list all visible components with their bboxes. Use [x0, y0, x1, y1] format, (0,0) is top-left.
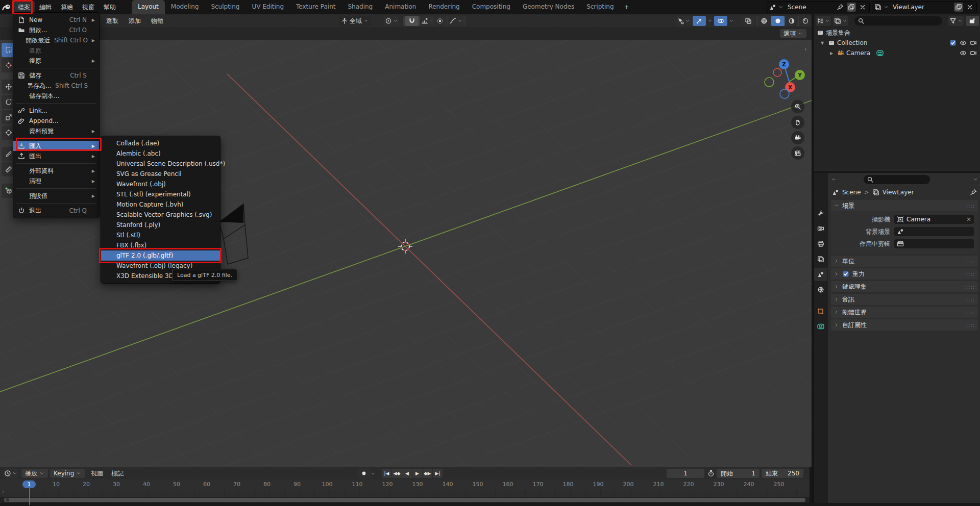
- workspace-tab-rendering[interactable]: Rendering: [422, 0, 465, 14]
- playback-play-reverse[interactable]: ◀: [402, 469, 412, 478]
- editor-type-dropdown[interactable]: [3, 468, 18, 478]
- stopwatch-icon[interactable]: [707, 470, 715, 477]
- properties-tab-scene[interactable]: [814, 268, 827, 281]
- pivot-point-dropdown[interactable]: [384, 16, 399, 26]
- xray-toggle[interactable]: [742, 16, 755, 26]
- properties-tab-data[interactable]: [814, 320, 827, 333]
- expand-arrow[interactable]: ▼: [821, 41, 826, 45]
- new-scene-button[interactable]: [847, 3, 856, 12]
- panel-header-鍵處理集[interactable]: 鍵處理集::::: [831, 281, 978, 292]
- import-submenu-item-scalable[interactable]: Scalable Vector Graphics (.svg): [101, 210, 220, 220]
- timeline-scrollbar[interactable]: [4, 498, 805, 502]
- menubar-item-檔案[interactable]: 檔案: [13, 1, 35, 14]
- file-menu-item-還原[interactable]: 還原: [13, 45, 99, 56]
- import-submenu-item-gltf[interactable]: glTF 2.0 (.glb/.gltf): [101, 250, 220, 261]
- gizmo-dropdown[interactable]: [707, 18, 713, 23]
- pan-button[interactable]: [791, 116, 804, 129]
- frame-start-field[interactable]: 開始 1: [717, 469, 760, 478]
- panel-drag-handle[interactable]: ::::: [966, 203, 975, 209]
- file-menu-item-外部資料[interactable]: 外部資料▶: [13, 166, 99, 176]
- properties-options-dropdown[interactable]: [973, 177, 978, 182]
- timeline-track[interactable]: [0, 490, 810, 497]
- panel-drag-handle[interactable]: ::::: [966, 310, 975, 315]
- camera-view-button[interactable]: [791, 131, 804, 144]
- file-menu-item-另存為[interactable]: 另存為...Shift Ctrl S: [13, 81, 99, 91]
- pin-icon[interactable]: [970, 189, 977, 196]
- import-submenu-item-collada[interactable]: Collada (.dae): [101, 138, 220, 148]
- panel-header-音訊[interactable]: 音訊::::: [831, 294, 978, 305]
- panel-drag-handle[interactable]: ::::: [966, 259, 975, 264]
- timeline-menu-視圖[interactable]: 視圖: [87, 468, 107, 479]
- workspace-tab-shading[interactable]: Shading: [341, 0, 379, 14]
- outliner-root-row[interactable]: 場景集合: [814, 28, 980, 38]
- delete-viewlayer-button[interactable]: [965, 3, 974, 12]
- background-scene-field[interactable]: [894, 227, 974, 236]
- playback-prev-keyframe[interactable]: ◀◆: [392, 469, 402, 478]
- timeline-menu-標記[interactable]: 標記: [107, 468, 128, 479]
- disable-in-renders-camera-icon[interactable]: [970, 49, 977, 57]
- import-submenu-item-motion[interactable]: Motion Capture (.bvh): [101, 199, 220, 210]
- auto-keying-toggle[interactable]: [357, 468, 371, 478]
- region-expand-arrow[interactable]: ›: [2, 489, 4, 494]
- selectability-dropdown[interactable]: [676, 16, 691, 26]
- import-submenu-item-alembic[interactable]: Alembic (.abc): [101, 148, 220, 159]
- import-submenu-item-universal[interactable]: Universal Scene Description (.usd*): [101, 159, 220, 169]
- show-overlays-toggle[interactable]: [714, 16, 727, 26]
- workspace-tab-texture-paint[interactable]: Texture Paint: [290, 0, 341, 14]
- proportional-edit-toggle[interactable]: [433, 16, 447, 26]
- overlays-dropdown[interactable]: [729, 18, 734, 23]
- import-submenu-item-svg[interactable]: SVG as Grease Pencil: [101, 169, 220, 179]
- file-menu-item-匯出[interactable]: 匯出▶: [13, 151, 99, 161]
- current-frame-field[interactable]: 1: [667, 469, 704, 478]
- panel-drag-handle[interactable]: ::::: [966, 284, 975, 290]
- clear-camera-icon[interactable]: ×: [966, 216, 971, 223]
- shading-wireframe-button[interactable]: [757, 16, 771, 26]
- file-menu-item-匯入[interactable]: 匯入▶: [13, 141, 99, 151]
- menubar-item-編輯[interactable]: 編輯: [35, 1, 56, 14]
- breadcrumb-viewlayer[interactable]: ViewLayer: [883, 189, 914, 196]
- gravity-checkbox[interactable]: [842, 270, 849, 277]
- falloff-dropdown[interactable]: [448, 16, 463, 26]
- file-menu-item-Append[interactable]: Append...: [13, 116, 99, 126]
- camera-field[interactable]: Camera ×: [894, 215, 974, 224]
- file-menu-item-開啟[interactable]: 開啟...Ctrl O: [13, 25, 99, 35]
- expand-arrow[interactable]: ▶: [830, 51, 835, 56]
- panel-header-剛體世界[interactable]: 剛體世界::::: [831, 307, 978, 318]
- menubar-item-算繪[interactable]: 算繪: [56, 1, 78, 14]
- active-clip-field[interactable]: [894, 239, 974, 248]
- scene-panel-header[interactable]: 場景 ::::: [831, 200, 978, 211]
- panel-header-自訂屬性[interactable]: 自訂屬性::::: [831, 319, 978, 331]
- file-menu-item-預設值[interactable]: 預設值▶: [13, 191, 99, 201]
- playback-jump-to-start[interactable]: |◀: [382, 469, 391, 478]
- outliner-filter-dropdown[interactable]: [948, 16, 964, 26]
- keying-dropdown[interactable]: [371, 471, 376, 476]
- workspace-tab-uv-editing[interactable]: UV Editing: [246, 0, 290, 14]
- file-menu-item-清理[interactable]: 清理▶: [13, 176, 99, 186]
- file-menu-item-退出[interactable]: 退出Ctrl Q: [13, 206, 99, 216]
- outliner-search-input[interactable]: [854, 16, 942, 26]
- import-submenu-item-stl[interactable]: STL (.stl) (experimental): [101, 189, 220, 199]
- properties-tab-render[interactable]: [814, 222, 827, 235]
- file-menu-item-資料預覽[interactable]: 資料預覽▶: [13, 126, 99, 136]
- viewport-menu-添加[interactable]: 添加: [124, 15, 146, 28]
- workspace-tab-modeling[interactable]: Modeling: [165, 0, 205, 14]
- file-menu-item-開啟最近[interactable]: 開啟最近Shift Ctrl O▶: [13, 35, 99, 45]
- frame-end-field[interactable]: 結束 250: [762, 469, 803, 478]
- new-collection-button[interactable]: [966, 16, 979, 26]
- zoom-button[interactable]: [791, 100, 804, 113]
- disable-in-renders-camera-icon[interactable]: [970, 39, 977, 46]
- timeline-ruler[interactable]: 1102030405060708090100110120130140150160…: [0, 479, 810, 490]
- shading-solid-button[interactable]: [771, 16, 785, 26]
- hide-in-viewport-eye-icon[interactable]: [960, 49, 967, 57]
- timeline-menu-Keying[interactable]: Keying: [50, 469, 85, 478]
- blender-logo-icon[interactable]: [0, 3, 13, 11]
- file-menu-item-儲存[interactable]: 儲存Ctrl S: [13, 70, 99, 81]
- properties-tab-view-layer[interactable]: [814, 252, 827, 266]
- outliner-filter-viewlayer[interactable]: [833, 16, 848, 26]
- shading-rendered-button[interactable]: [799, 16, 812, 26]
- transform-orientation-dropdown[interactable]: 全域: [339, 16, 371, 26]
- workspace-tab-animation[interactable]: Animation: [379, 0, 422, 14]
- breadcrumb-scene[interactable]: Scene: [842, 189, 861, 196]
- workspace-tab-compositing[interactable]: Compositing: [466, 0, 517, 14]
- import-submenu-item-stanford[interactable]: Stanford (.ply): [101, 220, 220, 230]
